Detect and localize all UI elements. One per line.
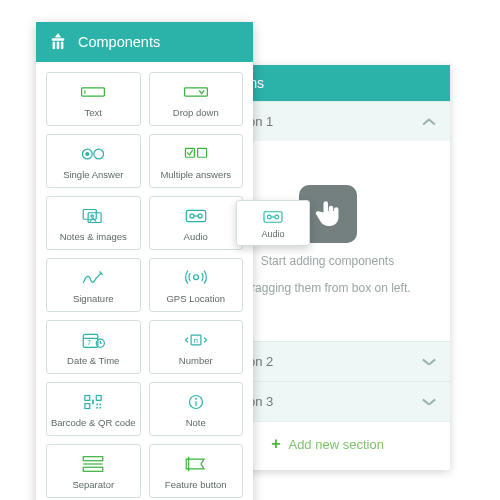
components-grid: Text Drop down Single Answer Multiple an… xyxy=(36,62,253,500)
text-field-icon xyxy=(80,81,106,103)
tile-label: Number xyxy=(179,355,213,366)
tile-gps[interactable]: GPS Location xyxy=(149,258,244,312)
checkbox-icon xyxy=(183,143,209,165)
plus-icon: + xyxy=(271,436,280,452)
svg-point-15 xyxy=(193,274,198,279)
svg-rect-2 xyxy=(184,87,207,95)
svg-rect-28 xyxy=(100,406,102,408)
tile-label: Separator xyxy=(72,479,114,490)
svg-point-38 xyxy=(267,215,271,219)
tile-separator[interactable]: Separator xyxy=(46,444,141,498)
tile-label: Drop down xyxy=(173,107,219,118)
svg-point-31 xyxy=(195,397,197,399)
svg-rect-33 xyxy=(84,456,104,460)
separator-icon xyxy=(80,453,106,475)
cassette-icon xyxy=(261,208,285,226)
svg-point-13 xyxy=(198,213,202,217)
svg-point-10 xyxy=(91,214,93,216)
drag-ghost-tile[interactable]: Audio xyxy=(236,200,310,246)
svg-point-4 xyxy=(86,151,90,155)
tile-label: Multiple answers xyxy=(160,169,231,180)
tile-label: Signature xyxy=(73,293,114,304)
tile-label: Notes & images xyxy=(60,231,127,242)
tile-multiple-answers[interactable]: Multiple answers xyxy=(149,134,244,188)
svg-rect-8 xyxy=(84,209,97,219)
svg-rect-22 xyxy=(85,395,90,400)
svg-rect-35 xyxy=(84,467,104,471)
svg-point-12 xyxy=(190,213,194,217)
images-icon xyxy=(80,205,106,227)
tile-audio[interactable]: Audio xyxy=(149,196,244,250)
tile-label: Single Answer xyxy=(63,169,123,180)
svg-text:n: n xyxy=(193,336,198,345)
tile-dropdown[interactable]: Drop down xyxy=(149,72,244,126)
tile-label: Text xyxy=(85,107,102,118)
tile-label: Audio xyxy=(184,231,208,242)
svg-rect-26 xyxy=(100,403,102,405)
qr-icon xyxy=(80,391,106,413)
drag-ghost-label: Audio xyxy=(261,229,284,239)
components-icon xyxy=(48,32,68,52)
svg-text:7: 7 xyxy=(88,338,92,345)
tile-label: Note xyxy=(186,417,206,428)
tile-label: Date & Time xyxy=(67,355,119,366)
svg-rect-24 xyxy=(85,403,90,408)
drop-hint-line1: Start adding components xyxy=(261,253,394,270)
svg-point-5 xyxy=(94,149,104,159)
tile-number[interactable]: n Number xyxy=(149,320,244,374)
signature-icon xyxy=(80,267,106,289)
number-icon: n xyxy=(183,329,209,351)
components-header: Components xyxy=(36,22,253,62)
tile-notes-images[interactable]: Notes & images xyxy=(46,196,141,250)
tile-signature[interactable]: Signature xyxy=(46,258,141,312)
svg-rect-25 xyxy=(97,403,99,405)
tile-date-time[interactable]: 7 Date & Time xyxy=(46,320,141,374)
svg-rect-29 xyxy=(92,399,94,404)
svg-rect-23 xyxy=(97,395,102,400)
cassette-icon xyxy=(183,205,209,227)
components-title: Components xyxy=(78,34,160,50)
dropdown-icon xyxy=(183,81,209,103)
svg-rect-27 xyxy=(97,406,99,408)
chevron-up-icon xyxy=(422,115,436,129)
drop-hint-line2: dragging them from box on left. xyxy=(244,280,410,297)
tile-note[interactable]: Note xyxy=(149,382,244,436)
tile-feature-button[interactable]: Feature button xyxy=(149,444,244,498)
radio-icon xyxy=(80,143,106,165)
svg-rect-7 xyxy=(197,148,206,157)
components-panel: Components Text Drop down Single Answer … xyxy=(36,22,253,500)
calendar-icon: 7 xyxy=(80,329,106,351)
tile-barcode[interactable]: Barcode & QR code xyxy=(46,382,141,436)
tile-label: Feature button xyxy=(165,479,227,490)
tile-label: Barcode & QR code xyxy=(51,417,136,428)
chevron-down-icon xyxy=(422,395,436,409)
tile-label: GPS Location xyxy=(166,293,225,304)
tile-text[interactable]: Text xyxy=(46,72,141,126)
add-section-label: Add new section xyxy=(288,437,383,452)
gps-icon xyxy=(183,267,209,289)
ribbon-icon xyxy=(183,453,209,475)
tile-single-answer[interactable]: Single Answer xyxy=(46,134,141,188)
info-icon xyxy=(183,391,209,413)
svg-point-39 xyxy=(275,215,279,219)
chevron-down-icon xyxy=(422,355,436,369)
